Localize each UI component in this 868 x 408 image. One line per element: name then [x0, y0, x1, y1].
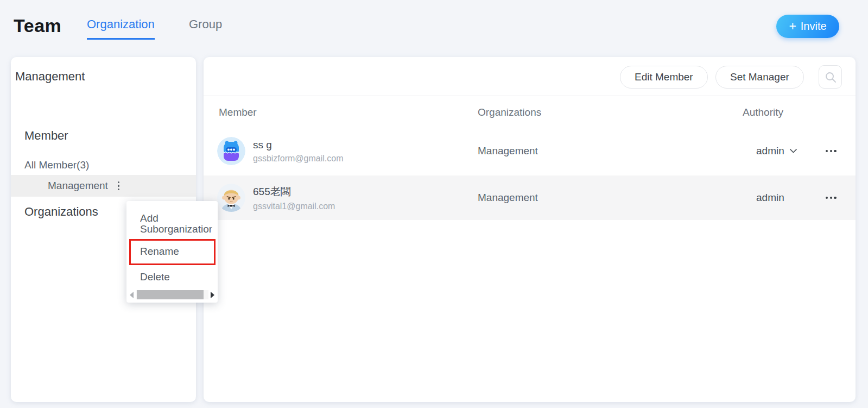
authority-value: admin — [756, 192, 784, 204]
column-header-authority: Authority — [743, 106, 783, 118]
organization-cell: Management — [478, 145, 538, 157]
member-name: 655老闆 — [253, 185, 335, 199]
authority-value: admin — [756, 145, 784, 157]
scroll-right-icon[interactable] — [211, 292, 214, 298]
row-more-actions-button[interactable] — [823, 193, 839, 202]
organization-cell: Management — [478, 192, 538, 204]
member-name: ss g — [253, 139, 344, 151]
tab-organization[interactable]: Organization — [87, 17, 155, 40]
page-title: Team — [14, 15, 61, 36]
scroll-left-icon[interactable] — [130, 292, 134, 298]
context-menu-scrollbar[interactable] — [128, 289, 216, 300]
chevron-down-icon — [789, 148, 797, 154]
search-button[interactable] — [819, 65, 842, 89]
sidebar-item-management[interactable]: Management — [11, 175, 196, 197]
member-cell: ss g gssbizform@gmail.com — [217, 137, 344, 165]
menu-item-rename[interactable]: Rename — [140, 246, 179, 258]
organization-item-label: Management — [48, 180, 108, 192]
authority-value-static: admin — [756, 192, 784, 204]
table-row[interactable]: ss g gssbizform@gmail.com Management adm… — [204, 127, 856, 175]
team-page: Team Organization Group + Invite Member … — [0, 0, 868, 408]
invite-button-label: Invite — [801, 20, 827, 33]
menu-item-delete[interactable]: Delete — [140, 271, 170, 283]
tab-group[interactable]: Group — [189, 17, 222, 32]
member-heading: Member — [24, 129, 68, 143]
boss-baby-avatar — [217, 184, 245, 212]
search-icon — [824, 71, 837, 84]
menu-item-add-suborganization[interactable]: Add Suborganization — [140, 213, 212, 236]
organization-context-menu: Add Suborganization Rename Delete — [126, 201, 218, 303]
member-email: gssbizform@gmail.com — [253, 154, 344, 164]
robot-avatar — [217, 137, 245, 165]
set-manager-button[interactable]: Set Manager — [715, 66, 804, 89]
kebab-menu-icon[interactable] — [116, 179, 122, 193]
authority-dropdown[interactable]: admin — [756, 145, 797, 157]
divider — [204, 96, 856, 96]
panel-title: Management — [15, 70, 85, 84]
table-row[interactable]: 655老闆 gssvital1@gmail.com Management adm… — [204, 175, 856, 220]
organizations-heading: Organizations — [24, 205, 98, 219]
member-cell: 655老闆 gssvital1@gmail.com — [217, 184, 335, 212]
plus-icon: + — [789, 20, 796, 33]
member-email: gssvital1@gmail.com — [253, 202, 335, 211]
column-header-organizations: Organizations — [478, 106, 541, 118]
edit-member-button[interactable]: Edit Member — [620, 66, 708, 89]
row-more-actions-button[interactable] — [823, 147, 839, 155]
sidebar-item-all-member[interactable]: All Member(3) — [24, 159, 89, 171]
scrollbar-track[interactable] — [136, 290, 208, 299]
scrollbar-thumb[interactable] — [137, 290, 204, 299]
invite-button[interactable]: + Invite — [776, 15, 839, 38]
column-header-member: Member — [219, 106, 257, 118]
